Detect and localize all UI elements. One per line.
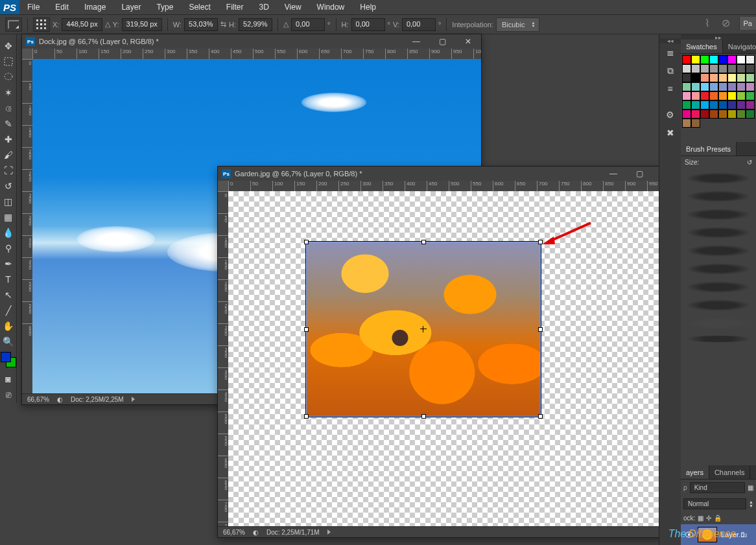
maximize-button[interactable]: ▢	[626, 167, 652, 181]
swatch[interactable]	[709, 64, 718, 73]
ref-point-icon[interactable]	[33, 17, 50, 32]
doc2-title-bar[interactable]: Ps Garden.jpg @ 66,7% (Layer 0, RGB/8) *…	[218, 167, 678, 181]
actions-panel-icon[interactable]: ⧉	[661, 62, 680, 80]
swatch[interactable]	[727, 110, 737, 119]
handle-bottom-right[interactable]	[538, 414, 543, 419]
hand-tool-icon[interactable]: ✋	[1, 318, 16, 334]
doc1-docinfo[interactable]: Doc: 2,25M/2,25M	[71, 396, 124, 403]
swatch[interactable]	[700, 100, 709, 110]
swatch[interactable]	[746, 82, 755, 91]
swatch[interactable]	[682, 64, 691, 73]
warp-mode-icon[interactable]: ⌇	[702, 17, 713, 29]
rotate-field[interactable]: 0,00	[291, 18, 325, 31]
swatch[interactable]	[737, 82, 746, 91]
foreground-color[interactable]	[1, 352, 11, 362]
doc2-canvas[interactable]	[228, 191, 670, 526]
swatch[interactable]	[691, 55, 700, 64]
lock-pos-icon[interactable]: ✢	[706, 515, 711, 522]
swatch[interactable]	[727, 55, 737, 64]
handle-mid-right[interactable]	[538, 327, 543, 332]
blur-tool-icon[interactable]: 💧	[1, 225, 16, 240]
swatch[interactable]	[718, 110, 727, 119]
line-tool-icon[interactable]: ╱	[1, 303, 16, 318]
collapse-panels-icon[interactable]: ▸▸	[681, 34, 756, 40]
paths-tab[interactable]: Pa	[750, 465, 756, 479]
swatch[interactable]	[709, 82, 718, 91]
swatch[interactable]	[727, 100, 737, 110]
menu-view[interactable]: View	[277, 0, 309, 14]
swatch[interactable]	[709, 73, 718, 82]
brush-presets-tab[interactable]: Brush Presets	[681, 142, 737, 156]
color-picker[interactable]	[1, 352, 16, 367]
interp-dropdown[interactable]: Bicubic ▲▼	[496, 17, 539, 32]
swatch[interactable]	[737, 91, 746, 100]
brush-preset[interactable]	[686, 263, 751, 275]
swatch[interactable]	[691, 82, 700, 91]
swatch[interactable]	[682, 110, 691, 119]
styles-panel-icon[interactable]: ≡	[661, 80, 680, 98]
swatch[interactable]	[709, 55, 718, 64]
reset-brush-icon[interactable]: ↺	[747, 159, 752, 166]
handle-top-mid[interactable]	[421, 240, 426, 244]
screenmode-icon[interactable]: ⎚	[1, 387, 16, 402]
brush-preset[interactable]	[686, 318, 751, 329]
swatch[interactable]	[718, 73, 727, 82]
brush-preset[interactable]	[686, 209, 751, 220]
handle-bottom-mid[interactable]	[421, 414, 426, 419]
free-transform-box[interactable]	[306, 242, 541, 417]
swatch[interactable]	[700, 55, 709, 64]
swatch[interactable]	[746, 55, 755, 64]
swatch[interactable]	[718, 91, 727, 100]
brush-preset[interactable]	[686, 227, 751, 238]
history-brush-tool-icon[interactable]: ↺	[1, 178, 16, 194]
menu-filter[interactable]: Filter	[219, 0, 252, 14]
handle-mid-left[interactable]	[304, 327, 309, 332]
settings-icon[interactable]: ✖	[661, 124, 680, 142]
brush-preset[interactable]	[686, 336, 751, 342]
cancel-transform-icon[interactable]: ⊘	[720, 17, 731, 29]
x-field[interactable]: 448,50 px	[62, 18, 102, 31]
swatch[interactable]	[718, 55, 727, 64]
zoom-tool-icon[interactable]: 🔍	[1, 334, 16, 349]
swatch[interactable]	[718, 100, 727, 110]
swatch[interactable]	[746, 73, 755, 82]
doc2-profile-icon[interactable]: ◐	[253, 529, 259, 536]
maximize-button[interactable]: ▢	[429, 34, 455, 49]
doc1-ruler-h[interactable]: 0501001502002503003504004505005506006507…	[32, 49, 481, 59]
handle-bottom-left[interactable]	[304, 414, 309, 419]
eraser-tool-icon[interactable]: ◫	[1, 194, 16, 209]
swatch[interactable]	[737, 64, 746, 73]
swatch[interactable]	[691, 73, 700, 82]
close-button[interactable]: ✕	[455, 34, 481, 49]
marquee-tool-icon[interactable]	[1, 54, 16, 69]
dodge-tool-icon[interactable]: ⚲	[1, 240, 16, 256]
doc2-ruler-v[interactable]: 0501001502002503003504004505005506006507…	[218, 191, 228, 526]
expand-dock-icon[interactable]: ◂◂	[659, 38, 681, 43]
swatch[interactable]	[718, 82, 727, 91]
swatch[interactable]	[746, 100, 755, 110]
brush-preset[interactable]	[686, 191, 751, 202]
menu-window[interactable]: Window	[309, 0, 353, 14]
menu-image[interactable]: Image	[77, 0, 113, 14]
swatch[interactable]	[682, 73, 691, 82]
link-icon[interactable]: ⇆	[220, 20, 226, 29]
h-field[interactable]: 52,99%	[239, 18, 272, 31]
move-tool-icon[interactable]: ✥	[1, 38, 16, 54]
swatch[interactable]	[691, 119, 700, 128]
transform-center-icon[interactable]	[420, 326, 427, 332]
brush-preset[interactable]	[686, 172, 751, 184]
layers-tab[interactable]: ayers	[681, 465, 709, 479]
pa-button[interactable]: Pa	[739, 17, 756, 30]
brush-tool-icon[interactable]: 🖌	[1, 147, 16, 163]
doc1-profile-icon[interactable]: ◐	[57, 396, 63, 403]
eyedropper-tool-icon[interactable]: ✎	[1, 116, 16, 132]
swatch[interactable]	[727, 73, 737, 82]
filter-icon[interactable]: ▦	[748, 484, 753, 491]
swatch[interactable]	[746, 91, 755, 100]
stamp-tool-icon[interactable]: ⛶	[1, 163, 16, 178]
menu-help[interactable]: Help	[352, 0, 384, 14]
swatch[interactable]	[727, 64, 737, 73]
doc1-ruler-v[interactable]: 050100150200250300350400450500550600	[22, 59, 32, 393]
swatch[interactable]	[700, 73, 709, 82]
menu-edit[interactable]: Edit	[47, 0, 77, 14]
